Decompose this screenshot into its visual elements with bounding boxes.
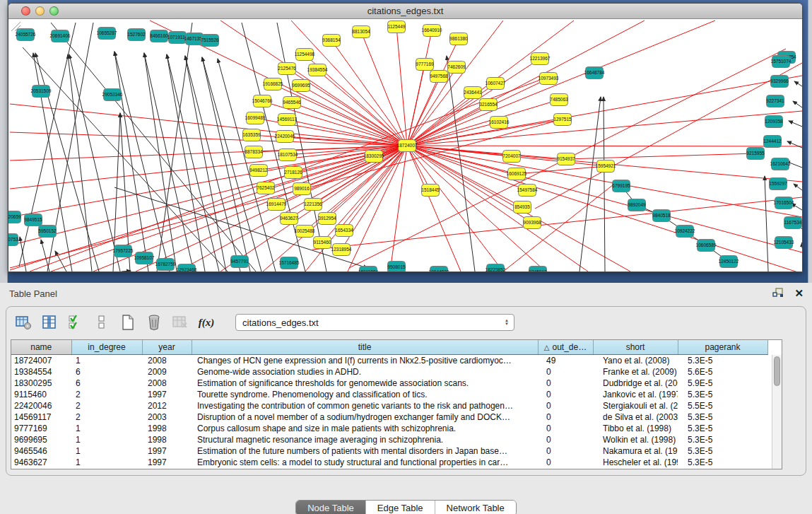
table-cell[interactable]: 5.3E-5 <box>678 354 767 366</box>
table-cell[interactable]: Yano et al. (2008) <box>593 354 678 366</box>
graph-node[interactable]: 9245012 <box>529 267 547 272</box>
graph-node[interactable]: 1810753 <box>8 234 18 246</box>
table-cell[interactable]: 0 <box>538 378 593 389</box>
graph-node[interactable]: 29053346 <box>102 89 123 101</box>
column-header-title[interactable]: title <box>192 340 538 354</box>
graph-node[interactable]: 9115460 <box>314 237 331 249</box>
delete-columns-icon[interactable] <box>144 313 164 332</box>
table-cell[interactable]: Dudbridge et al. (2008) <box>593 378 678 389</box>
table-cell[interactable]: 49 <box>538 354 593 366</box>
graph-node[interactable]: 9215955 <box>746 148 765 160</box>
graph-node[interactable]: 8813054 <box>352 26 370 38</box>
close-window-button[interactable] <box>21 6 30 16</box>
tab-network-table[interactable]: Network Table <box>435 501 516 514</box>
table-cell[interactable]: 0 <box>538 457 593 468</box>
table-cell[interactable]: 5.3E-5 <box>678 411 767 423</box>
graph-node[interactable]: 20691406 <box>50 30 71 42</box>
citation-network-graph[interactable]: 2405572620691406106552871527602846616010… <box>8 19 802 271</box>
table-row[interactable]: 1456911722003Disruption of a novel membe… <box>11 411 767 423</box>
graph-node[interactable]: 16911884 <box>358 267 379 272</box>
table-cell[interactable]: 2012 <box>142 400 192 411</box>
graph-node[interactable]: 18223852 <box>486 264 506 272</box>
column-header-out_de[interactable]: △out_de… <box>538 340 593 354</box>
table-cell[interactable]: 1 <box>71 434 142 445</box>
graph-node[interactable]: 16640910 <box>422 25 442 37</box>
graph-node[interactable]: 12450122 <box>719 256 739 268</box>
graph-node[interactable]: 10924222 <box>675 226 695 238</box>
table-cell[interactable]: Tourette syndrome. Phenomenology and cla… <box>192 389 538 400</box>
table-cell[interactable]: 1997 <box>142 457 192 468</box>
clear-row-selection-icon[interactable] <box>92 313 112 332</box>
table-cell[interactable]: Hescheler et al. (1997) <box>593 457 678 468</box>
close-panel-icon[interactable]: ✕ <box>794 288 804 298</box>
graph-node[interactable]: 7625402 <box>257 182 275 194</box>
table-cell[interactable]: 5.5E-5 <box>678 400 767 411</box>
table-cell[interactable]: Embryonic stem cells: a model to study s… <box>192 457 538 468</box>
graph-node[interactable]: 9508015 <box>387 262 406 272</box>
table-cell[interactable]: 2 <box>71 411 142 423</box>
minimize-window-button[interactable] <box>35 6 45 16</box>
table-cell[interactable]: 2009 <box>142 366 192 378</box>
graph-node[interactable]: 7204007 <box>502 151 521 163</box>
graph-node[interactable]: 8878334 <box>245 146 263 158</box>
table-cell[interactable]: 19384554 <box>11 366 71 378</box>
table-cell[interactable]: 9699695 <box>11 434 71 445</box>
graph-node[interactable]: 10944822 <box>429 267 449 272</box>
table-cell[interactable]: 18724007 <box>11 354 71 366</box>
graph-node[interactable]: 9777169 <box>416 59 434 71</box>
table-cell[interactable]: 0 <box>538 411 593 423</box>
select-all-rows-icon[interactable] <box>66 313 86 332</box>
graph-node[interactable]: 9497568 <box>430 71 448 83</box>
graph-node[interactable]: 8466160 <box>150 30 168 42</box>
graph-node[interactable]: 7462609 <box>447 62 466 74</box>
graph-node[interactable]: 19384554 <box>307 64 328 76</box>
graph-node[interactable]: 16914479 <box>266 199 287 211</box>
graph-node[interactable]: 15046766 <box>252 95 273 107</box>
graph-node[interactable]: 989016 <box>293 183 311 195</box>
graph-node[interactable]: 9465546 <box>283 97 301 109</box>
table-row[interactable]: 969969511998Structural magnetic resonanc… <box>11 434 767 445</box>
graph-node[interactable]: 1209358 <box>765 116 783 128</box>
graph-node[interactable]: 1297515 <box>553 114 572 126</box>
graph-node[interactable]: 1125449 <box>388 21 406 33</box>
graph-node[interactable]: 10025488 <box>295 226 315 238</box>
table-cell[interactable]: 5.3E-5 <box>678 389 767 400</box>
graph-node[interactable]: 9498212 <box>249 165 268 177</box>
graph-node[interactable]: 18300295 <box>364 151 384 163</box>
graph-node[interactable]: 11254498 <box>295 49 315 61</box>
graph-node[interactable]: 2125476 <box>278 63 296 75</box>
graph-node[interactable]: 16069125 <box>507 168 527 180</box>
table-cell[interactable]: Corpus callosum shape and size in male p… <box>192 423 538 434</box>
graph-node[interactable]: 7515526 <box>201 35 219 47</box>
graph-node[interactable]: 16782759 <box>155 259 176 271</box>
table-row[interactable]: 1938455462009Genome-wide association stu… <box>11 366 767 378</box>
graph-node[interactable]: 9329966 <box>770 76 789 88</box>
graph-node[interactable]: 3912954 <box>318 213 336 225</box>
table-cell[interactable]: Estimation of the future numbers of pati… <box>192 445 538 457</box>
graph-node[interactable]: 1244412 <box>763 136 782 148</box>
graph-node[interactable]: 12318954 <box>331 244 352 256</box>
network-canvas[interactable]: 2405572620691406106552871527602846616010… <box>8 19 802 271</box>
table-cell[interactable]: Franke et al. (2009) <box>593 366 678 378</box>
table-cell[interactable]: 2008 <box>142 354 192 366</box>
graph-node[interactable]: 1635359 <box>242 129 261 141</box>
table-cell[interactable]: 5.3E-5 <box>678 434 767 445</box>
float-window-icon[interactable] <box>772 287 784 298</box>
graph-node[interactable]: 18724007 <box>397 140 418 152</box>
graph-node[interactable]: 10607427 <box>486 78 506 90</box>
table-cell[interactable]: 6 <box>71 378 142 389</box>
graph-node[interactable]: 15954921 <box>596 160 616 173</box>
graph-node[interactable]: 2718126 <box>284 167 302 179</box>
graph-node[interactable]: 2436441 <box>464 87 482 99</box>
graph-node[interactable]: 14569117 <box>277 114 298 126</box>
graph-node[interactable]: 22420046 <box>275 131 295 143</box>
graph-node[interactable]: 9892049 <box>628 199 646 211</box>
table-cell[interactable]: 1 <box>71 457 142 468</box>
table-row[interactable]: 2242004622012Investigating the contribut… <box>11 400 767 411</box>
graph-node[interactable]: 12105433 <box>774 237 794 249</box>
graph-node[interactable]: 15497584 <box>517 185 538 197</box>
table-cell[interactable]: 0 <box>538 445 593 457</box>
graph-node[interactable]: 18107534 <box>278 149 298 161</box>
table-cell[interactable]: 18300295 <box>11 378 71 389</box>
table-scrollbar[interactable] <box>772 355 782 469</box>
